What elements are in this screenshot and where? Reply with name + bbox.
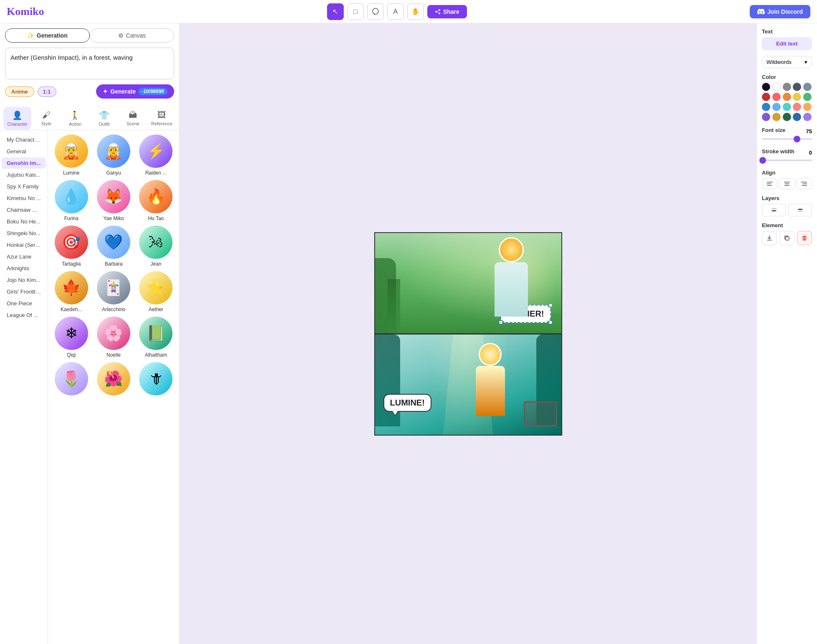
color-dark-green[interactable] xyxy=(783,113,791,121)
char-noelle[interactable]: 🌸 Noelle xyxy=(94,317,132,358)
color-lavender[interactable] xyxy=(803,113,812,121)
series-azur[interactable]: Azur Lane xyxy=(2,251,46,262)
tab-character[interactable]: 👤 Character xyxy=(3,107,31,130)
color-gold[interactable] xyxy=(772,113,781,121)
font-size-slider[interactable] xyxy=(762,138,812,140)
color-orange[interactable] xyxy=(783,93,791,101)
generation-icon: ✨ xyxy=(27,32,34,39)
text-tool[interactable]: A xyxy=(387,3,404,20)
series-shingeki[interactable]: Shingeki No... xyxy=(2,228,46,239)
char-name-ganyu: Ganyu xyxy=(106,170,121,176)
color-red[interactable] xyxy=(772,93,781,101)
prompt-area[interactable]: Aether (Genshin Impact), in a forest, wa… xyxy=(5,48,174,79)
panel-2[interactable]: LUMINE! xyxy=(375,335,561,435)
color-yellow[interactable] xyxy=(793,93,801,101)
color-dark-gray[interactable] xyxy=(793,83,801,91)
char-avatar-hutao: 🔥 xyxy=(139,180,173,213)
color-teal[interactable] xyxy=(783,103,791,111)
char-row6-3[interactable]: 🗡 xyxy=(137,362,175,398)
cursor-tool[interactable]: ↖ xyxy=(327,3,344,20)
ratio-selector[interactable]: 1:1 xyxy=(38,86,56,97)
element-delete-button[interactable] xyxy=(797,231,812,245)
color-peach[interactable] xyxy=(803,103,812,111)
element-buttons xyxy=(762,231,812,245)
tab-action[interactable]: 🚶 Action xyxy=(61,107,89,130)
char-aether[interactable]: ⭐ Aether xyxy=(137,271,175,312)
hand-tool[interactable]: ✋ xyxy=(407,3,424,20)
stroke-slider[interactable] xyxy=(762,160,812,161)
series-kimetsu[interactable]: Kimetsu No ... xyxy=(2,193,46,204)
series-league[interactable]: League Of ... xyxy=(2,309,46,321)
char-qiqi[interactable]: ❄ Qiqi xyxy=(52,317,90,358)
prompt-controls: Anime 1:1 ✦ Generate -10/98890 xyxy=(5,84,174,99)
tab-scene[interactable]: 🏔 Scene xyxy=(119,107,147,130)
series-my-characters[interactable]: My Characters xyxy=(2,134,46,145)
element-download-button[interactable] xyxy=(762,231,777,245)
color-gray[interactable] xyxy=(783,83,791,91)
char-row6-2[interactable]: 🌺 xyxy=(94,362,132,398)
canvas-tab[interactable]: ⚙ Canvas xyxy=(90,28,175,43)
color-purple[interactable] xyxy=(762,113,770,121)
bubble-tool[interactable] xyxy=(367,3,384,20)
outfit-icon: 👕 xyxy=(99,110,109,120)
color-light-blue[interactable] xyxy=(772,103,781,111)
char-barbara[interactable]: 💙 Barbara xyxy=(94,226,132,267)
tab-reference[interactable]: 🖼 Reference xyxy=(148,107,176,130)
stroke-thumb[interactable] xyxy=(759,157,766,164)
element-duplicate-button[interactable] xyxy=(779,231,794,245)
color-pink[interactable] xyxy=(793,103,801,111)
char-name-tartaglia: Tartaglia xyxy=(62,261,81,267)
char-kaede[interactable]: 🍁 Kaedeh... xyxy=(52,271,90,312)
color-navy[interactable] xyxy=(793,113,801,121)
color-black[interactable] xyxy=(762,83,770,91)
color-slate[interactable] xyxy=(803,83,812,91)
edit-text-button[interactable]: Edit text xyxy=(762,37,812,50)
font-dropdown[interactable]: Wildwords ▾ xyxy=(762,56,812,68)
char-tartaglia[interactable]: 🎯 Tartaglia xyxy=(52,226,90,267)
series-bnha[interactable]: Boku No He... xyxy=(2,216,46,227)
font-size-thumb[interactable] xyxy=(794,136,800,142)
generate-button[interactable]: ✦ Generate -10/98890 xyxy=(96,84,174,99)
panel-1[interactable]: AETHER! xyxy=(375,233,561,333)
tab-style[interactable]: 🖌 Style xyxy=(32,107,60,130)
layer-down-button[interactable] xyxy=(762,204,786,216)
char-yaemiko[interactable]: 🦊 Yae Miko xyxy=(94,180,132,221)
series-genshin[interactable]: Genshin Im... xyxy=(2,157,46,169)
series-chainsaw[interactable]: Chainsaw M... xyxy=(2,204,46,216)
align-left-button[interactable] xyxy=(762,178,777,189)
layer-up-button[interactable] xyxy=(788,204,812,216)
series-spy-family[interactable]: Spy X Family xyxy=(2,181,46,192)
char-avatar-raiden: ⚡ xyxy=(139,134,173,168)
color-red-dark[interactable] xyxy=(762,93,770,101)
char-furina[interactable]: 💧 Furina xyxy=(52,180,90,221)
char-ganyu[interactable]: 🧝 Ganyu xyxy=(94,134,132,176)
text-section-title: Text xyxy=(762,28,812,35)
char-alhaitham[interactable]: 📗 Alhaitham xyxy=(137,317,175,358)
char-hutao[interactable]: 🔥 Hu Tao xyxy=(137,180,175,221)
char-raiden[interactable]: ⚡ Raiden ... xyxy=(137,134,175,176)
color-white[interactable] xyxy=(772,83,781,91)
series-jujutsu[interactable]: Jujutsu Kais... xyxy=(2,169,46,180)
char-jean[interactable]: 🌬 Jean xyxy=(137,226,175,267)
generation-tab[interactable]: ✨ Generation xyxy=(5,28,90,43)
color-blue[interactable] xyxy=(762,103,770,111)
color-green[interactable] xyxy=(803,93,812,101)
rectangle-tool[interactable]: □ xyxy=(347,3,364,20)
series-general[interactable]: General xyxy=(2,146,46,157)
bubble-lumine[interactable]: LUMINE! xyxy=(383,394,431,412)
style-selector[interactable]: Anime xyxy=(5,86,34,97)
align-center-button[interactable] xyxy=(779,178,794,189)
char-arlecchino[interactable]: 🃏 Arlecchino xyxy=(94,271,132,312)
share-button[interactable]: Share xyxy=(427,5,467,18)
discord-button[interactable]: Join Discord xyxy=(750,5,810,18)
char-lumine[interactable]: 🧝 Lumine xyxy=(52,134,90,176)
char-row6-1[interactable]: 🌷 xyxy=(52,362,90,398)
series-girls-frontline[interactable]: Girls' Frontline xyxy=(2,286,46,297)
series-jojo[interactable]: Jojo No Kim... xyxy=(2,274,46,286)
series-honkai[interactable]: Honkai (Seri... xyxy=(2,239,46,251)
char-avatar-jean: 🌬 xyxy=(139,226,173,259)
series-one-piece[interactable]: One Piece xyxy=(2,298,46,309)
align-right-button[interactable] xyxy=(797,178,812,189)
tab-outfit[interactable]: 👕 Outfit xyxy=(90,107,118,130)
series-arknights[interactable]: Arknights xyxy=(2,263,46,274)
